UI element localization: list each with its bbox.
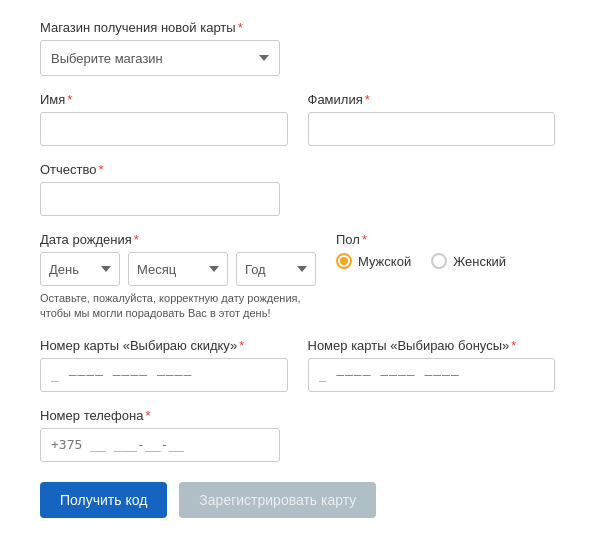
middle-name-group: Отчество* bbox=[40, 162, 555, 216]
phone-input[interactable] bbox=[40, 428, 280, 462]
male-radio-circle bbox=[336, 253, 352, 269]
birth-date-label-text: Дата рождения bbox=[40, 232, 132, 247]
gender-group: Пол* Мужской Женский bbox=[336, 232, 555, 269]
phone-label-text: Номер телефона bbox=[40, 408, 143, 423]
bonus-card-label-text: Номер карты «Выбираю бонусы» bbox=[308, 338, 510, 353]
register-button[interactable]: Зарегистрировать карту bbox=[179, 482, 376, 518]
store-group: Магазин получения новой карты* Выберите … bbox=[40, 20, 555, 76]
store-label: Магазин получения новой карты* bbox=[40, 20, 555, 35]
day-select[interactable]: День bbox=[40, 252, 120, 286]
male-radio-inner bbox=[340, 257, 348, 265]
discount-card-label-text: Номер карты «Выбираю скидку» bbox=[40, 338, 237, 353]
female-label: Женский bbox=[453, 254, 506, 269]
birth-date-label: Дата рождения* bbox=[40, 232, 316, 247]
gender-section: Пол* Мужской Женский bbox=[336, 232, 555, 338]
female-radio-circle bbox=[431, 253, 447, 269]
cards-row: Номер карты «Выбираю скидку»* Номер карт… bbox=[40, 338, 555, 408]
date-selects-row: День Месяц Год bbox=[40, 252, 316, 286]
name-row: Имя* Фамилия* bbox=[40, 92, 555, 162]
first-name-label: Имя* bbox=[40, 92, 288, 107]
male-label: Мужской bbox=[358, 254, 411, 269]
gender-options-row: Мужской Женский bbox=[336, 253, 555, 269]
male-option[interactable]: Мужской bbox=[336, 253, 411, 269]
last-name-input[interactable] bbox=[308, 112, 556, 146]
gender-label-text: Пол bbox=[336, 232, 360, 247]
last-name-label: Фамилия* bbox=[308, 92, 556, 107]
bonus-card-group: Номер карты «Выбираю бонусы»* bbox=[308, 338, 556, 392]
registration-form: Магазин получения новой карты* Выберите … bbox=[0, 0, 595, 540]
middle-name-label: Отчество* bbox=[40, 162, 555, 177]
middle-name-input[interactable] bbox=[40, 182, 280, 216]
bonus-card-input[interactable] bbox=[308, 358, 556, 392]
date-gender-row: Дата рождения* День Месяц Год Оставьте, … bbox=[40, 232, 555, 338]
store-select[interactable]: Выберите магазин bbox=[40, 40, 280, 76]
first-name-group: Имя* bbox=[40, 92, 288, 146]
last-name-label-text: Фамилия bbox=[308, 92, 363, 107]
first-name-label-text: Имя bbox=[40, 92, 65, 107]
first-name-input[interactable] bbox=[40, 112, 288, 146]
phone-label: Номер телефона* bbox=[40, 408, 555, 423]
birth-date-group: Дата рождения* День Месяц Год Оставьте, … bbox=[40, 232, 316, 322]
last-name-group: Фамилия* bbox=[308, 92, 556, 146]
discount-card-group: Номер карты «Выбираю скидку»* bbox=[40, 338, 288, 392]
discount-card-label: Номер карты «Выбираю скидку»* bbox=[40, 338, 288, 353]
gender-label: Пол* bbox=[336, 232, 555, 247]
middle-name-label-text: Отчество bbox=[40, 162, 97, 177]
buttons-row: Получить код Зарегистрировать карту bbox=[40, 482, 555, 518]
bonus-card-label: Номер карты «Выбираю бонусы»* bbox=[308, 338, 556, 353]
phone-group: Номер телефона* bbox=[40, 408, 555, 462]
get-code-button[interactable]: Получить код bbox=[40, 482, 167, 518]
birth-date-section: Дата рождения* День Месяц Год Оставьте, … bbox=[40, 232, 316, 338]
female-option[interactable]: Женский bbox=[431, 253, 506, 269]
discount-card-input[interactable] bbox=[40, 358, 288, 392]
year-select[interactable]: Год bbox=[236, 252, 316, 286]
store-label-text: Магазин получения новой карты bbox=[40, 20, 236, 35]
birth-date-hint: Оставьте, пожалуйста, корректную дату ро… bbox=[40, 291, 316, 322]
month-select[interactable]: Месяц bbox=[128, 252, 228, 286]
